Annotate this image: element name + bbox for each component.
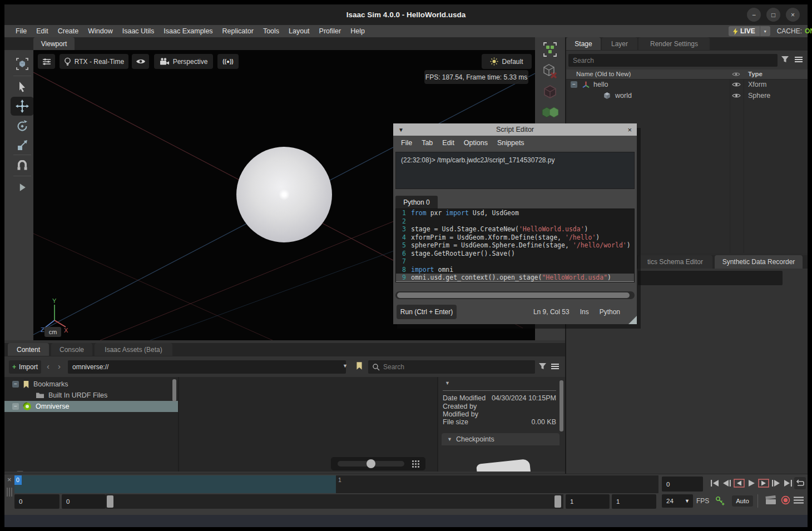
play-button[interactable] [745, 477, 757, 489]
renderer-selector[interactable]: RTX - Real-Time [60, 54, 128, 69]
collapse-toggle[interactable]: − [12, 403, 19, 410]
zoom-slider-handle[interactable] [367, 459, 375, 468]
menu-profiler[interactable]: Profiler [319, 27, 341, 35]
menu-help[interactable]: Help [350, 27, 365, 35]
menu-file[interactable]: File [16, 27, 27, 35]
stage-row-hello[interactable]: − hello Xform [566, 79, 808, 90]
nav-forward-button[interactable]: › [58, 361, 61, 371]
details-collapse-button[interactable]: ▼ [445, 380, 450, 386]
bookmark-button[interactable] [356, 361, 363, 370]
play-forward-button[interactable] [757, 477, 769, 489]
code-line[interactable]: 6stage.GetRootLayer().Save() [396, 250, 634, 258]
menu-create[interactable]: Create [58, 27, 79, 35]
code-line[interactable]: 2 [396, 217, 634, 226]
tree-item-urdf-files[interactable]: Built In URDF Files [4, 390, 178, 401]
code-editor[interactable]: 1from pxr import Usd, UsdGeom23stage = U… [395, 209, 635, 282]
content-filter-button[interactable] [538, 363, 547, 370]
timeline-ruler[interactable]: 0 1 [14, 475, 658, 493]
snap-tool[interactable] [11, 157, 34, 176]
capture-button[interactable] [765, 495, 777, 505]
script-output-console[interactable]: (22:32:08)> /tmp/carb.jwdc2J/script_1714… [395, 152, 635, 189]
minimize-button[interactable]: − [747, 8, 761, 22]
code-line[interactable]: 8import omni [396, 266, 634, 274]
tab-layer[interactable]: Layer [602, 37, 637, 50]
current-frame-field[interactable]: 0 [662, 477, 703, 492]
tab-isaac-assets[interactable]: Isaac Assets (Beta) [95, 343, 172, 356]
loop-end-field[interactable]: 1 [566, 494, 610, 509]
select-tool[interactable] [11, 78, 34, 97]
auto-key-button[interactable]: Auto [732, 495, 753, 507]
render-capture-button[interactable]: ((●)) [217, 54, 239, 69]
tab-viewport[interactable]: Viewport [33, 37, 75, 50]
live-dropdown-button[interactable]: ▼ [760, 26, 770, 36]
tab-content[interactable]: Content [8, 343, 49, 356]
prim-name[interactable]: world [615, 92, 632, 100]
checkpoint-thumbnail[interactable] [476, 459, 532, 472]
timeline-drag-handle[interactable] [7, 488, 8, 497]
sphere-prim[interactable] [236, 147, 332, 242]
range-slider[interactable] [106, 494, 563, 509]
frame-selection-tool[interactable] [11, 54, 34, 73]
tab-python-0[interactable]: Python 0 [395, 196, 438, 209]
static-collider-tool[interactable] [542, 84, 558, 102]
menu-isaac-utils[interactable]: Isaac Utils [122, 27, 155, 35]
visibility-eye-icon[interactable] [732, 93, 741, 98]
menu-layout[interactable]: Layout [289, 27, 310, 35]
timeline-close-button[interactable]: × [7, 475, 12, 484]
details-scrollbar[interactable] [560, 380, 563, 431]
checkpoints-header[interactable]: ▼ Checkpoints [442, 433, 560, 445]
remove-prim-tool[interactable] [542, 63, 558, 81]
type-column-header[interactable]: Type [748, 71, 763, 77]
code-line[interactable]: 4xformPrim = UsdGeom.Xform.Define(stage,… [396, 234, 634, 242]
close-button[interactable]: × [786, 8, 800, 22]
resize-grip[interactable] [628, 316, 637, 324]
se-menu-file[interactable]: File [401, 139, 412, 147]
menu-edit[interactable]: Edit [36, 27, 48, 35]
prim-name[interactable]: hello [593, 81, 608, 88]
recorder-field[interactable] [638, 271, 783, 285]
tab-semantics-schema-editor[interactable]: tics Schema Editor [638, 255, 712, 269]
file-grid-area[interactable] [179, 377, 437, 472]
script-editor-window[interactable]: ▼ Script Editor × File Tab Edit Options … [393, 123, 637, 324]
play-simulation-button[interactable] [11, 178, 34, 197]
menu-window[interactable]: Window [88, 27, 112, 35]
content-options-button[interactable] [551, 363, 560, 370]
step-backward-button[interactable] [721, 477, 732, 489]
path-dropdown-button[interactable]: ▼ [343, 363, 348, 369]
code-hscrollbar[interactable] [395, 291, 635, 299]
nav-back-button[interactable]: ‹ [47, 361, 49, 371]
script-editor-titlebar[interactable]: ▼ Script Editor × [393, 123, 637, 136]
live-sync-button[interactable]: LIVE [729, 26, 760, 36]
tree-item-bookmarks[interactable]: − Bookmarks [4, 379, 178, 390]
range-slider-right-handle[interactable] [554, 495, 561, 508]
range-slider-left-handle[interactable] [107, 495, 113, 508]
code-line[interactable]: 7 [396, 257, 634, 266]
import-button[interactable]: + Import [9, 360, 41, 374]
stage-filter-button[interactable] [781, 56, 789, 63]
tree-item-omniverse[interactable]: − Omniverse [4, 401, 178, 412]
add-keyframe-button[interactable] [715, 496, 725, 505]
maximize-button[interactable]: □ [766, 8, 780, 22]
run-button[interactable]: Run (Ctrl + Enter) [397, 305, 457, 319]
visibility-button[interactable] [132, 54, 149, 69]
se-menu-edit[interactable]: Edit [442, 139, 454, 147]
code-line[interactable]: 3stage = Usd.Stage.CreateNew('HelloWorld… [396, 225, 634, 234]
tab-console[interactable]: Console [51, 343, 92, 356]
timeline-range-region[interactable] [14, 475, 336, 493]
code-line[interactable]: 9omni.usd.get_context().open_stage("Hell… [396, 274, 634, 282]
collapse-toggle[interactable]: − [12, 381, 19, 388]
scale-tool[interactable] [11, 136, 34, 155]
name-column-header[interactable]: Name (Old to New) [576, 71, 631, 77]
stage-row-world[interactable]: world Sphere [566, 90, 808, 101]
end-time-field[interactable]: 1 [612, 494, 656, 509]
code-line[interactable]: 5spherePrim = UsdGeom.Sphere.Define(stag… [396, 241, 634, 250]
start-time-field[interactable]: 0 [14, 494, 60, 509]
se-menu-options[interactable]: Options [464, 139, 488, 147]
content-search-input[interactable] [383, 361, 522, 373]
collapse-toggle[interactable]: − [17, 471, 23, 472]
goto-timeline-end-button[interactable] [782, 477, 794, 489]
stage-options-button[interactable] [794, 56, 803, 63]
window-collapse-button[interactable]: ▼ [398, 127, 404, 133]
lighting-preset-button[interactable]: Default [482, 54, 532, 69]
collapse-toggle[interactable]: − [571, 81, 577, 88]
